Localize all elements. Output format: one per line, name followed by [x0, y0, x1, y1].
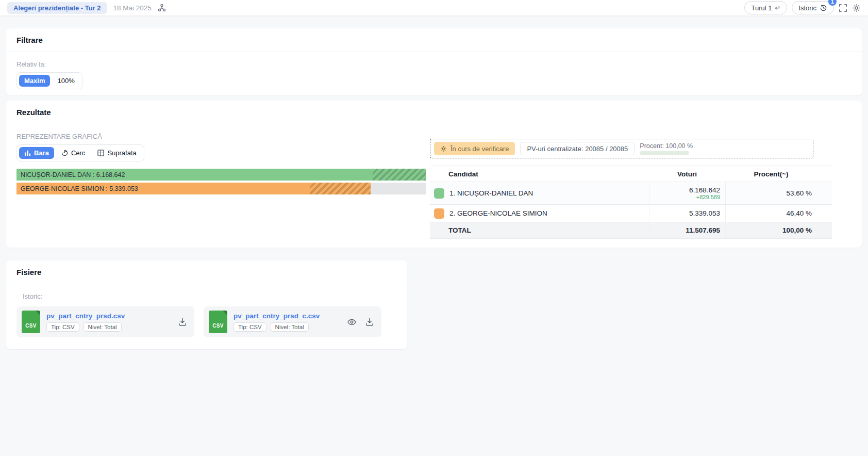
filtrare-card: Filtrare Relativ la: Maxim 100%: [6, 28, 862, 95]
header-candidat: Candidat: [430, 168, 649, 181]
verification-chip[interactable]: În curs de verificare: [434, 142, 515, 155]
verification-chip-label: În curs de verificare: [450, 145, 509, 153]
csv-file-icon[interactable]: CSV: [209, 311, 227, 333]
results-table: Candidat Voturi Procent(~) 1. NICUȘOR-DA…: [430, 166, 832, 239]
header-procent: Procent(~): [725, 166, 817, 182]
results-table-header: Candidat Voturi Procent(~): [430, 166, 832, 182]
fisiere-header: Fisiere: [6, 260, 407, 284]
table-row-george-simion[interactable]: 2. GEORGE-NICOLAE SIMION 5.339.053 46,40…: [430, 205, 832, 222]
turul-1-label: Turul 1: [751, 4, 772, 12]
file-level-chip: Nivel: Total: [271, 322, 309, 332]
istoric-label: Istoric: [798, 4, 816, 12]
procent-label: Procent: 100,00 %: [640, 142, 693, 150]
file-type-chip: Tip: CSV: [46, 322, 79, 332]
filtrare-header: Filtrare: [6, 28, 862, 52]
candidate-color-swatch: [434, 188, 444, 199]
preview-eye-icon[interactable]: [347, 317, 357, 327]
settings-gear-icon[interactable]: [852, 4, 861, 12]
verification-status-strip: În curs de verificare PV-uri centralizat…: [430, 139, 813, 158]
tab-bara-label: Bara: [34, 149, 49, 157]
fullscreen-icon[interactable]: [839, 4, 847, 12]
total-label: TOTAL: [430, 224, 649, 237]
istoric-notification-badge: 1: [828, 0, 837, 6]
percent-100-button[interactable]: 100%: [52, 75, 79, 87]
tab-bara[interactable]: Bara: [19, 147, 54, 159]
page: Alegeri prezidențiale - Tur 2 18 Mai 202…: [0, 0, 868, 456]
chart-column: REPREZENTARE GRAFICĂ Bara: [16, 133, 426, 194]
file-level-chip: Nivel: Total: [84, 322, 122, 332]
maxim-button[interactable]: Maxim: [19, 75, 50, 87]
election-date: 18 Mai 2025: [113, 4, 152, 12]
csv-file-icon[interactable]: CSV: [22, 311, 40, 333]
download-icon[interactable]: [365, 317, 374, 327]
istoric-button[interactable]: Istoric 1: [792, 1, 834, 14]
files-row: CSV pv_part_cntry_prsd.csv Tip: CSV Nive…: [16, 306, 397, 337]
topbar-right-group: Turul 1 ↵ Istoric 1: [744, 1, 861, 14]
enter-arrow-icon: ↵: [775, 4, 780, 12]
total-votes: 11.507.695: [649, 222, 725, 238]
table-row-nicusor-dan[interactable]: 1. NICUȘOR-DANIEL DAN 6.168.642 +829.589…: [430, 182, 832, 205]
chart-section-label: REPREZENTARE GRAFICĂ: [16, 133, 426, 140]
fisiere-body: Istoric: CSV pv_part_cntry_prsd.csv Tip:…: [6, 284, 407, 350]
bar-label: NICUȘOR-DANIEL DAN : 6.168.642: [21, 171, 125, 178]
bar-chart-icon: [24, 150, 31, 156]
file-card-pv-part-cntry-prsd: CSV pv_part_cntry_prsd.csv Tip: CSV Nive…: [16, 306, 194, 337]
chart-type-tabs: Bara Cerc: [16, 144, 144, 161]
relativ-la-label: Relativ la:: [16, 60, 852, 68]
header-voturi: Voturi: [649, 166, 725, 182]
download-icon[interactable]: [178, 317, 187, 327]
history-icon: [820, 4, 827, 12]
bar-hatched-segment: [373, 169, 426, 181]
results-column: În curs de verificare PV-uri centralizat…: [430, 133, 852, 239]
candidate-percent: 53,60 %: [725, 182, 817, 204]
bar-hatched-segment: [310, 183, 371, 194]
fisiere-card: Fisiere Istoric: CSV pv_part_cntry_prsd.…: [6, 260, 407, 349]
election-title-badge[interactable]: Alegeri prezidențiale - Tur 2: [7, 2, 107, 14]
total-percent: 100,00 %: [725, 222, 817, 238]
bar-chart: NICUȘOR-DANIEL DAN : 6.168.642 GEORGE-NI…: [16, 169, 426, 194]
istoric-files-label: Istoric:: [16, 292, 397, 300]
rezultate-title: Rezultate: [16, 108, 852, 117]
candidate-votes: 5.339.053: [655, 209, 720, 217]
procent-progress-track: [640, 151, 689, 155]
top-bar: Alegeri prezidențiale - Tur 2 18 Mai 202…: [0, 0, 868, 15]
rezultate-header: Rezultate: [6, 101, 862, 124]
procent-block: Procent: 100,00 %: [640, 142, 693, 155]
fisiere-title: Fisiere: [16, 268, 397, 276]
filtrare-title: Filtrare: [16, 36, 852, 44]
bar-nicusor-dan[interactable]: NICUȘOR-DANIEL DAN : 6.168.642: [16, 169, 426, 181]
tab-cerc[interactable]: Cerc: [56, 147, 90, 159]
tab-cerc-label: Cerc: [71, 149, 85, 157]
relativ-toggle-group: Maxim 100%: [16, 72, 82, 89]
candidate-name: 1. NICUȘOR-DANIEL DAN: [449, 189, 533, 197]
rezultate-card: Rezultate REPREZENTARE GRAFICĂ Bara: [6, 101, 862, 248]
treemap-icon: [97, 150, 104, 156]
gear-small-icon: [440, 145, 447, 152]
csv-file-icon-label: CSV: [212, 323, 223, 329]
file-type-chip: Tip: CSV: [233, 322, 266, 332]
bar-label: GEORGE-NICOLAE SIMION : 5.339.053: [21, 185, 138, 192]
topbar-left-group: Alegeri prezidențiale - Tur 2 18 Mai 202…: [7, 2, 166, 14]
turul-1-button[interactable]: Turul 1 ↵: [744, 1, 787, 14]
file-card-pv-part-cntry-prsd-c: CSV pv_part_cntry_prsd_c.csv Tip: CSV Ni…: [204, 306, 381, 337]
candidate-name: 2. GEORGE-NICOLAE SIMION: [449, 209, 547, 217]
hierarchy-icon[interactable]: [158, 4, 166, 12]
pie-chart-icon: [61, 150, 68, 156]
file-link[interactable]: pv_part_cntry_prsd.csv: [46, 312, 178, 320]
candidate-votes: 6.168.642: [655, 186, 720, 194]
tab-suprafata[interactable]: Suprafata: [92, 147, 141, 159]
tab-suprafata-label: Suprafata: [107, 149, 136, 157]
bar-george-simion[interactable]: GEORGE-NICOLAE SIMION : 5.339.053: [16, 183, 426, 194]
csv-file-icon-label: CSV: [25, 323, 36, 329]
table-row-total: TOTAL 11.507.695 100,00 %: [430, 222, 832, 239]
file-link[interactable]: pv_part_cntry_prsd_c.csv: [233, 312, 347, 320]
filtrare-body: Relativ la: Maxim 100%: [6, 52, 862, 102]
votes-delta: +829.589: [655, 194, 720, 200]
candidate-percent: 46,40 %: [725, 205, 817, 222]
candidate-color-swatch: [434, 208, 444, 219]
pv-centralizate-chip: PV-uri centralizate: 20085 / 20085: [520, 142, 635, 155]
rezultate-body: REPREZENTARE GRAFICĂ Bara: [6, 124, 862, 251]
